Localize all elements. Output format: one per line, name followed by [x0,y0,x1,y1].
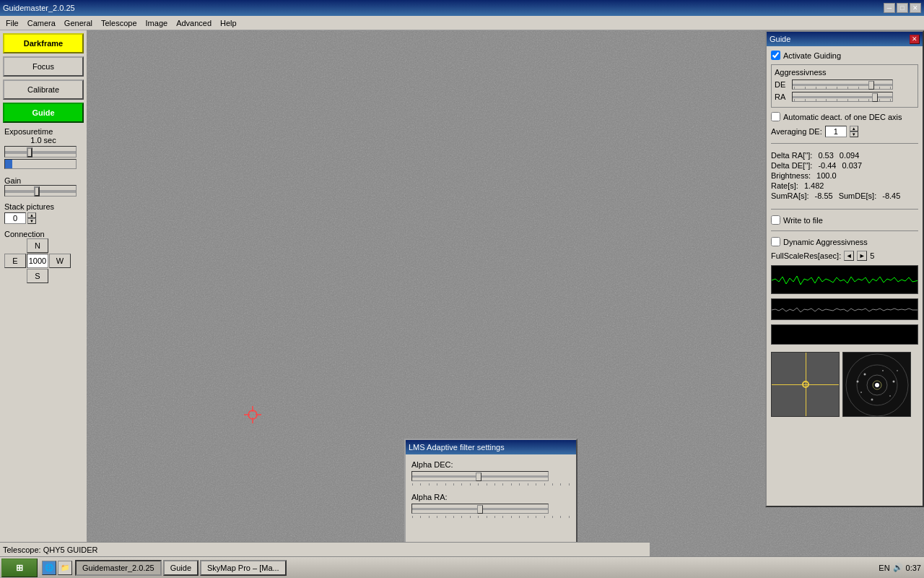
start-label: ⊞ [16,563,23,573]
lms-tick [437,516,437,518]
menu-advanced[interactable]: Advanced [172,17,216,29]
lms-tick [536,516,536,518]
title-bar: Guidemaster_2.0.25 ─ □ ✕ [0,0,924,16]
close-btn[interactable]: ✕ [910,3,921,13]
left-panel: Darkframe Focus Calibrate Guide Exposure… [0,30,87,556]
thumbnails-row [771,352,918,417]
tick [794,99,795,101]
ra-axis-row: RA [775,92,915,102]
tick [816,87,816,89]
lms-tick [569,516,570,518]
lms-tick [494,516,495,518]
aggressivness-label: Aggressivness [775,68,915,77]
taskbar-volume-icon: 🔊 [893,563,903,572]
start-button[interactable]: ⊞ [1,558,38,577]
tick [816,99,816,101]
alpha-ra-thumb [477,505,483,514]
connection-section: Connection N E W S [3,228,84,285]
averaging-de-up[interactable]: ▲ [850,126,858,131]
slider-thumb [27,147,32,158]
gain-slider-track [5,190,76,193]
stats-section: Delta RA['']: 0.53 0.094 Delta DE['']: -… [771,150,918,203]
fullscale-right-btn[interactable]: ► [857,251,867,261]
crosshair-svg [244,406,261,423]
tick [837,99,837,101]
svg-point-17 [875,383,879,387]
tick [858,99,859,101]
fullscale-left-btn[interactable]: ◄ [844,251,854,261]
de-aggressivness-slider[interactable] [792,79,893,90]
alpha-dec-param: Alpha DEC: [411,460,570,486]
stack-label: Stack pictures [4,202,82,211]
compass-value-input[interactable] [27,254,48,268]
gain-slider[interactable] [4,185,77,197]
ra-chart-svg [772,266,918,294]
brightness-label: Brightness: [771,171,811,180]
menu-file[interactable]: File [1,17,23,29]
menu-general[interactable]: General [60,17,97,29]
taskbar-guidemaster-btn[interactable]: Guidemaster_2.0.25 [75,560,162,576]
ie-icon[interactable]: 🌐 [42,561,56,575]
sum-de-val: -8.45 [882,191,900,200]
maximize-btn[interactable]: □ [897,3,908,13]
menu-image[interactable]: Image [141,17,173,29]
menu-help[interactable]: Help [216,17,241,29]
averaging-de-input[interactable] [825,126,847,137]
crosshair-marker [244,406,261,425]
compass-s-btn[interactable]: S [27,269,48,283]
alpha-ra-slider[interactable] [411,504,549,514]
focus-button[interactable]: Focus [3,56,84,77]
lms-tick [445,516,446,518]
guide-title-text: Guide [770,35,910,43]
taskbar-guide-btn[interactable]: Guide [163,560,199,576]
lms-tick [420,516,421,518]
lms-tick [437,483,437,486]
guide-thumbnail [771,352,840,417]
ra-aggressivness-slider[interactable] [792,92,893,102]
guide-close-btn[interactable]: ✕ [910,35,920,44]
stack-increment-btn[interactable]: ▲ [27,212,36,218]
svg-point-9 [864,374,866,376]
delta-ra-val1: 0.53 [818,151,833,160]
lms-tick [544,516,545,518]
minimize-btn[interactable]: ─ [884,3,895,13]
black-chart [771,324,918,345]
menu-bar: File Camera General Telescope Image Adva… [0,16,924,30]
svg-point-10 [882,370,884,371]
tick [826,87,827,89]
svg-point-15 [897,370,898,371]
averaging-de-down[interactable]: ▼ [850,131,858,137]
dynamic-aggressivness-label: Dynamic Aggressivness [783,238,868,246]
compass-w-btn[interactable]: W [49,254,71,268]
dynamic-aggressivness-checkbox[interactable] [771,237,780,246]
menu-camera[interactable]: Camera [23,17,60,29]
lms-title-bar: LMS Adaptive filter settings [406,440,576,454]
write-to-file-label: Write to file [783,216,823,225]
lms-tick [453,516,454,518]
lms-tick [502,516,503,518]
stack-input[interactable] [4,212,26,224]
lms-tick [528,516,528,518]
sum-ra-label: SumRA[s]: [771,191,809,200]
folder-icon[interactable]: 📁 [58,561,72,575]
calibrate-button[interactable]: Calibrate [3,79,84,100]
auto-deact-row: Automatic deact. of one DEC axis [771,112,918,121]
menu-telescope[interactable]: Telescope [97,17,141,29]
de-axis-row: DE [775,79,915,90]
connection-label: Connection [4,230,82,238]
tick [858,87,859,89]
auto-deact-checkbox[interactable] [771,112,780,121]
activate-guiding-checkbox[interactable] [771,51,780,60]
exposure-slider[interactable] [4,146,77,158]
guide-button[interactable]: Guide [3,103,84,123]
exposure-label: Exposuretime [4,127,82,136]
taskbar-skymap-btn[interactable]: SkyMap Pro – [Ma... [200,560,287,576]
darkframe-button[interactable]: Darkframe [3,33,84,53]
lms-tick [560,516,561,518]
stack-decrement-btn[interactable]: ▼ [27,218,36,224]
lms-tick [461,516,462,518]
write-to-file-checkbox[interactable] [771,215,780,225]
compass-e-btn[interactable]: E [4,254,26,268]
alpha-dec-slider[interactable] [411,471,549,481]
compass-n-btn[interactable]: N [27,238,48,253]
